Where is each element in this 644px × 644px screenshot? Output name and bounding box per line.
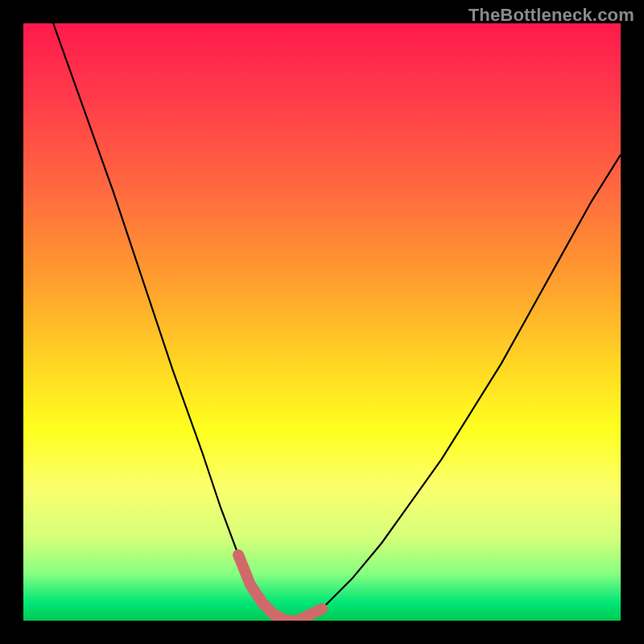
highlight-bottom	[275, 615, 299, 621]
highlight-left	[238, 555, 286, 621]
watermark-text: TheBottleneck.com	[469, 5, 634, 26]
highlight-right	[287, 609, 323, 621]
bottleneck-curve	[53, 23, 621, 621]
chart-frame: TheBottleneck.com	[0, 0, 644, 644]
plot-area	[23, 23, 621, 621]
curve-svg	[23, 23, 621, 621]
